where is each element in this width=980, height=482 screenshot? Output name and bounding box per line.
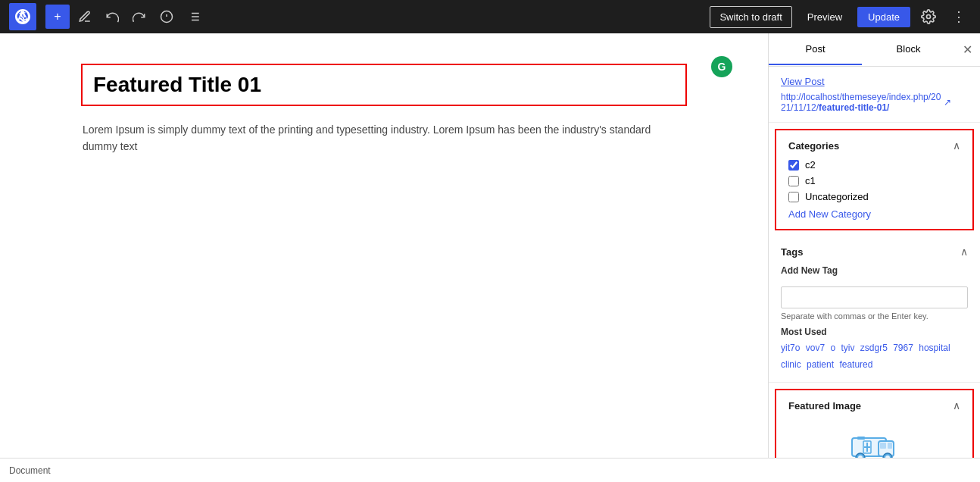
category-checkbox-c1[interactable] — [788, 176, 799, 186]
tag-link-tyiv[interactable]: tyiv — [841, 343, 854, 353]
featured-image-collapse-button[interactable]: ∧ — [953, 399, 960, 412]
tag-link-yit7o[interactable]: yit7o — [781, 343, 800, 353]
most-used-title: Most Used — [781, 327, 968, 337]
add-new-tag-label: Add New Tag — [781, 265, 968, 276]
tab-block[interactable]: Block — [862, 34, 955, 65]
featured-image-title: Featured Image — [788, 400, 861, 412]
tag-hint: Separate with commas or the Enter key. — [781, 311, 968, 321]
editor-area: Lorem Ipsum is simply dummy text of the … — [0, 33, 768, 458]
undo-button[interactable] — [100, 5, 124, 29]
svg-point-9 — [927, 15, 931, 19]
featured-image-inner: Replace Image — [788, 419, 960, 458]
tag-link-clinic[interactable]: clinic — [781, 359, 801, 370]
tab-post[interactable]: Post — [769, 34, 862, 65]
tag-link-vov7[interactable]: vov7 — [806, 343, 825, 353]
tag-link-zsdgr5[interactable]: zsdgr5 — [860, 343, 888, 353]
category-label-uncategorized: Uncategorized — [805, 191, 869, 202]
editor-content-wrapper: Lorem Ipsum is simply dummy text of the … — [81, 64, 687, 155]
category-item-uncategorized: Uncategorized — [788, 191, 960, 202]
category-item-c2: c2 — [788, 159, 960, 171]
featured-image-placeholder — [844, 425, 905, 458]
toolbar-right: Switch to draft Preview Update ⋮ — [710, 5, 971, 29]
more-options-button[interactable]: ⋮ — [947, 5, 971, 29]
list-view-button[interactable] — [182, 5, 206, 29]
category-checkbox-c2[interactable] — [788, 160, 799, 171]
svg-rect-12 — [880, 443, 886, 449]
tag-links: yit7o vov7 o tyiv zsdgr5 7967 hospital c… — [781, 340, 968, 373]
categories-header: Categories ∧ — [788, 139, 960, 152]
featured-image-header: Featured Image ∧ — [788, 399, 960, 412]
tag-link-7967[interactable]: 7967 — [893, 343, 913, 353]
tag-input[interactable] — [781, 286, 968, 308]
settings-icon-button[interactable] — [916, 5, 941, 29]
wp-logo[interactable] — [9, 3, 36, 30]
toolbar: + Switch to draft Preview Update ⋮ — [0, 0, 980, 33]
redo-button[interactable] — [127, 5, 151, 29]
view-post-section: View Post http://localhost/themeseye/ind… — [769, 67, 980, 123]
categories-collapse-button[interactable]: ∧ — [953, 139, 960, 152]
update-button[interactable]: Update — [857, 7, 910, 27]
tags-collapse-button[interactable]: ∧ — [960, 246, 968, 258]
external-link-icon: ↗ — [944, 97, 951, 108]
add-new-category-link[interactable]: Add New Category — [788, 208, 960, 220]
status-bar: Document — [0, 458, 980, 482]
document-label: Document — [9, 465, 51, 476]
category-checkbox-uncategorized[interactable] — [788, 192, 799, 202]
post-url: http://localhost/themeseye/index.php/202… — [781, 92, 968, 113]
add-block-button[interactable]: + — [45, 5, 70, 29]
tag-link-patient[interactable]: patient — [807, 359, 834, 370]
tag-link-o[interactable]: o — [830, 343, 835, 353]
tags-header: Tags ∧ — [781, 246, 968, 258]
post-title-input[interactable] — [93, 73, 675, 97]
tag-link-hospital[interactable]: hospital — [919, 343, 950, 353]
main-area: Lorem Ipsum is simply dummy text of the … — [0, 33, 980, 458]
grammarly-icon: G — [711, 56, 732, 77]
tag-link-featured[interactable]: featured — [839, 359, 872, 370]
featured-image-section: Featured Image ∧ — [775, 389, 974, 458]
category-label-c2: c2 — [805, 159, 816, 171]
categories-title: Categories — [788, 140, 839, 152]
tags-title: Tags — [781, 246, 803, 258]
category-item-c1: c1 — [788, 175, 960, 186]
post-body: Lorem Ipsum is simply dummy text of the … — [81, 121, 687, 155]
categories-section: Categories ∧ c2 c1 Uncategorized Add New… — [775, 129, 974, 230]
toolbar-left: + — [9, 3, 206, 30]
post-url-link[interactable]: http://localhost/themeseye/index.php/202… — [781, 92, 941, 113]
svg-rect-21 — [857, 437, 865, 440]
switch-to-draft-button[interactable]: Switch to draft — [710, 6, 791, 28]
sidebar-header: Post Block ✕ — [769, 33, 980, 67]
svg-rect-13 — [888, 443, 892, 449]
info-button[interactable] — [154, 5, 179, 29]
category-label-c1: c1 — [805, 175, 816, 186]
preview-button[interactable]: Preview — [798, 7, 851, 27]
edit-tool-button[interactable] — [73, 5, 97, 29]
sidebar: Post Block ✕ View Post http://localhost/… — [768, 33, 980, 458]
sidebar-close-button[interactable]: ✕ — [955, 36, 980, 63]
tags-section: Tags ∧ Add New Tag Separate with commas … — [769, 236, 980, 383]
post-title-wrapper — [81, 64, 687, 106]
view-post-link[interactable]: View Post — [781, 76, 968, 87]
